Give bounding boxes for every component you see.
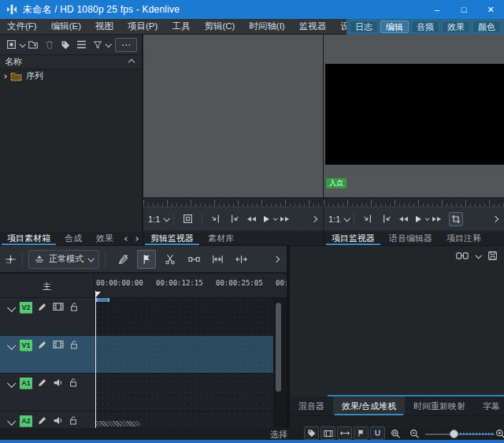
filter-dropdown-icon[interactable] — [105, 41, 111, 47]
ripple-tool-button[interactable] — [232, 250, 250, 269]
video-thumbnails-icon[interactable] — [53, 302, 64, 311]
bin-more-button[interactable]: ⋯ — [115, 38, 137, 52]
video-thumbnails-icon[interactable] — [53, 340, 64, 349]
zoom-fit-icon[interactable] — [391, 429, 401, 439]
tab-time-remap[interactable]: 时间重新映射 — [405, 396, 474, 415]
lock-track-icon[interactable] — [69, 302, 79, 312]
menu-file[interactable]: 文件(F) — [0, 20, 44, 32]
tab-scroll-right-icon[interactable] — [134, 236, 139, 241]
close-button[interactable]: ✕ — [477, 0, 504, 19]
collapse-track-icon[interactable] — [7, 341, 16, 350]
list-view-icon[interactable] — [76, 40, 87, 49]
playhead-marker[interactable] — [95, 292, 101, 298]
play-dropdown-icon[interactable] — [273, 216, 278, 221]
zone-icon[interactable] — [183, 214, 193, 224]
play-button[interactable] — [416, 216, 421, 222]
timeline-ruler[interactable]: 00:00:00:00 00:00:12:15 00:00:25:05 00:0… — [94, 274, 287, 298]
fast-forward-icon[interactable] — [280, 217, 289, 222]
monitor-zoom-level[interactable]: 1:1 — [148, 214, 160, 224]
set-zone-out-icon[interactable] — [381, 214, 391, 224]
project-monitor-ruler[interactable] — [324, 197, 504, 207]
collapse-track-icon[interactable] — [7, 303, 16, 312]
menu-edit[interactable]: 编辑(E) — [44, 20, 88, 32]
show-tags-button[interactable] — [304, 426, 319, 440]
play-button[interactable] — [264, 216, 269, 222]
track-a2[interactable]: A2 — [0, 411, 287, 428]
monitor-overflow-icon[interactable] — [311, 215, 317, 222]
timeline-zone-bar[interactable] — [96, 298, 109, 302]
video-thumbnails-button[interactable] — [321, 426, 335, 440]
collapse-track-icon[interactable] — [7, 417, 16, 426]
timeline-vertical-scrollbar[interactable] — [276, 303, 281, 392]
add-clip-icon[interactable] — [6, 39, 17, 50]
master-track-header[interactable]: 主 — [0, 274, 94, 298]
tab-effect-stack[interactable]: 效果/合成堆栈 — [333, 396, 405, 415]
edit-track-icon[interactable] — [38, 340, 47, 349]
edit-mode-dropdown[interactable]: 正常模式 — [28, 250, 99, 269]
workspace-effects[interactable]: 效果 — [442, 20, 470, 33]
tab-mixer[interactable]: 混音器 — [290, 396, 333, 415]
add-clip-dropdown-icon[interactable] — [19, 41, 25, 47]
tab-compositions[interactable]: 合成 — [57, 232, 89, 245]
bin-name-column-header[interactable]: 名称 — [0, 55, 142, 69]
tab-clip-monitor[interactable]: 剪辑监视器 — [143, 232, 201, 245]
zone-crop-button[interactable] — [449, 212, 463, 226]
track-name-badge[interactable]: A2 — [20, 415, 32, 427]
track-lane[interactable] — [94, 298, 273, 335]
tab-project-notes[interactable]: 项目注释 — [439, 232, 488, 245]
lock-track-icon[interactable] — [69, 415, 78, 426]
filter-icon[interactable] — [93, 40, 102, 50]
timeline-horizontal-scrollbar[interactable] — [94, 421, 140, 426]
bin-item-sequence[interactable]: 序列 — [0, 69, 142, 83]
monitor-overflow-icon[interactable] — [492, 215, 498, 222]
track-lane[interactable] — [94, 336, 273, 373]
set-zone-in-icon[interactable] — [211, 214, 221, 224]
compare-effect-icon[interactable] — [456, 251, 469, 260]
timeline-zone-icon[interactable] — [5, 254, 17, 265]
rewind-icon[interactable] — [399, 217, 408, 222]
titlebar[interactable]: 未命名 / HD 1080p 25 fps - Kdenlive – □ ✕ — [0, 0, 504, 19]
set-zone-out-icon[interactable] — [229, 214, 239, 224]
tab-scroll-left-icon[interactable] — [124, 236, 129, 241]
track-header[interactable]: A1 — [0, 374, 94, 411]
workspace-editing[interactable]: 编辑 — [380, 20, 409, 33]
audio-thumbnails-icon[interactable] — [53, 415, 63, 426]
track-v1[interactable]: V1 — [0, 336, 287, 373]
menu-tool[interactable]: 工具 — [165, 20, 197, 32]
playhead-line[interactable] — [95, 291, 96, 428]
expand-icon[interactable] — [2, 74, 7, 79]
sort-up-icon[interactable] — [128, 58, 135, 65]
zoom-in-icon[interactable] — [495, 429, 504, 439]
tag-icon[interactable] — [61, 40, 70, 50]
spacer-tool-button[interactable] — [184, 250, 203, 269]
track-v2[interactable]: V2 — [0, 298, 287, 335]
menu-timeline[interactable]: 时间轴(I) — [242, 20, 291, 32]
fast-forward-icon[interactable] — [432, 217, 441, 222]
select-tool-button[interactable] — [137, 250, 156, 269]
menu-monitor[interactable]: 监视器 — [292, 20, 334, 32]
lock-track-icon[interactable] — [69, 340, 79, 350]
zoom-slider-handle[interactable] — [450, 430, 458, 438]
clip-monitor-display[interactable] — [143, 35, 323, 197]
tab-speech-editor[interactable]: 语音编辑器 — [382, 232, 439, 245]
track-a1[interactable]: A1 — [0, 374, 287, 411]
lock-track-icon[interactable] — [69, 378, 78, 388]
tab-library[interactable]: 素材库 — [201, 232, 241, 245]
clip-monitor-ruler[interactable] — [143, 197, 323, 207]
audio-thumbnails-icon[interactable] — [53, 378, 63, 388]
monitor-zoom-level[interactable]: 1:1 — [328, 214, 340, 224]
razor-tool-button[interactable] — [161, 250, 180, 269]
menu-clip[interactable]: 剪辑(C) — [197, 20, 242, 32]
mix-clips-button[interactable] — [113, 250, 132, 269]
track-lane[interactable] — [94, 374, 273, 411]
menu-project[interactable]: 项目(P) — [120, 20, 165, 32]
track-header[interactable]: V2 — [0, 298, 94, 335]
zoom-out-icon[interactable] — [410, 429, 420, 439]
track-name-badge[interactable]: V1 — [20, 340, 32, 352]
timeline-toolbar-overflow-icon[interactable] — [273, 255, 280, 262]
edit-track-icon[interactable] — [38, 415, 47, 425]
save-effect-stack-icon[interactable] — [487, 251, 498, 261]
tab-project-monitor[interactable]: 项目监视器 — [324, 232, 382, 245]
tab-project-bin[interactable]: 项目素材箱 — [0, 232, 57, 245]
zoom-dropdown-icon[interactable] — [344, 215, 350, 222]
